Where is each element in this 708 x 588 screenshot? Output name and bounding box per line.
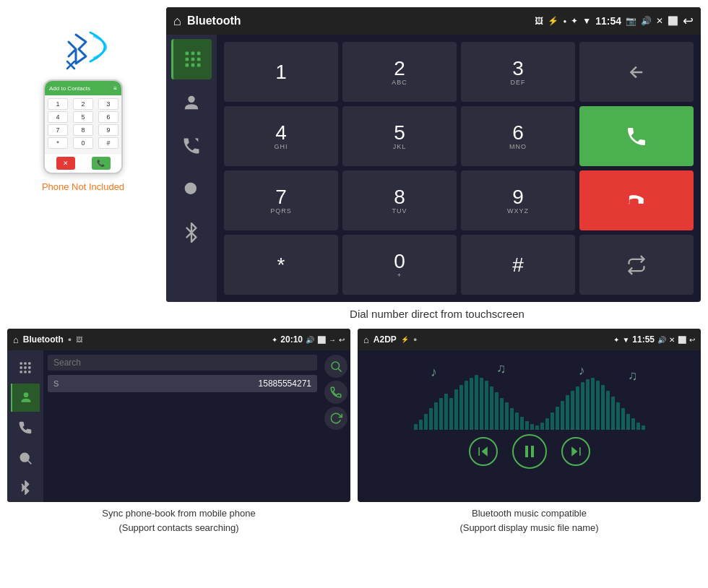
- play-pause-btn[interactable]: [512, 434, 547, 469]
- vis-bar: [520, 417, 524, 430]
- sidebar-item-contacts[interactable]: [171, 82, 212, 123]
- phone-top-icon: ≡: [113, 85, 117, 92]
- back-icon-music[interactable]: ↩: [689, 336, 695, 344]
- key-backspace[interactable]: [579, 42, 694, 102]
- music-controls: [469, 434, 590, 469]
- vis-bar: [515, 412, 519, 430]
- key-0[interactable]: 0 +: [342, 235, 457, 295]
- vis-bar: [581, 382, 584, 430]
- vol-icon-small: 🔊: [306, 336, 314, 344]
- phone-key-row-4: * 0 #: [48, 137, 118, 149]
- sidebar-item-search[interactable]: [171, 169, 212, 209]
- vis-bar: [414, 424, 418, 430]
- svg-rect-32: [531, 446, 534, 457]
- phone-end-btn: ✕: [56, 157, 75, 170]
- key-6[interactable]: 6 MNO: [461, 106, 575, 166]
- vis-bar: [616, 402, 620, 430]
- vis-bar: [490, 386, 493, 430]
- search-action-btn[interactable]: [324, 355, 347, 378]
- key-9[interactable]: 9 WXYZ: [461, 170, 575, 230]
- phone-bottom-buttons: ✕ 📞: [45, 153, 121, 173]
- key-7[interactable]: 7 PQRS: [224, 170, 338, 230]
- search-input[interactable]: [48, 355, 317, 371]
- screen-icon-music: ⬜: [678, 336, 686, 344]
- key-3[interactable]: 3 DEF: [461, 42, 575, 102]
- vis-bar: [596, 381, 600, 430]
- vis-bar: [611, 397, 615, 430]
- home-icon-music[interactable]: ⌂: [363, 334, 369, 345]
- phonebook-sidebar: [7, 350, 43, 502]
- dot-icon: ●: [563, 18, 566, 25]
- close-icon[interactable]: ✕: [656, 16, 663, 26]
- sidebar-item-recent[interactable]: [171, 126, 212, 166]
- vis-bar: [545, 418, 549, 430]
- back-icon[interactable]: ↩: [683, 13, 694, 29]
- call-action-btn[interactable]: [324, 381, 347, 404]
- prev-btn[interactable]: [469, 437, 498, 466]
- vis-bar: [576, 386, 579, 430]
- vis-bar: [626, 414, 630, 430]
- small-search[interactable]: [11, 444, 40, 472]
- key-4-main: 4: [275, 123, 287, 143]
- small-bluetooth[interactable]: [11, 473, 40, 502]
- image-icon: 🖼: [535, 16, 543, 26]
- next-btn[interactable]: [561, 437, 590, 466]
- svg-point-24: [24, 393, 29, 398]
- music-header: ⌂ A2DP ⚡ ● ✦ ▼ 11:55 🔊 ✕ ⬜ ↩: [358, 329, 701, 350]
- small-contacts[interactable]: [11, 384, 40, 412]
- back-icon-small[interactable]: ↩: [339, 336, 345, 344]
- home-icon[interactable]: ⌂: [173, 14, 181, 29]
- phonebook-caption: Sync phone-book from mobile phone(Suppor…: [7, 502, 350, 539]
- key-9-main: 9: [512, 187, 524, 207]
- bt-icon-small: ✦: [272, 336, 277, 344]
- vis-bar: [551, 412, 554, 430]
- key-4[interactable]: 4 GHI: [224, 106, 338, 166]
- svg-rect-4: [197, 52, 200, 56]
- dial-header-title: Bluetooth: [187, 14, 241, 27]
- vis-bar: [470, 378, 473, 430]
- vis-bar: [444, 394, 448, 430]
- dial-sidebar: [166, 35, 217, 302]
- vis-bar: [434, 402, 438, 430]
- key-2[interactable]: 2 ABC: [342, 42, 457, 102]
- phone-key-6: 6: [98, 111, 118, 123]
- sidebar-item-dialpad[interactable]: [171, 39, 212, 79]
- music-note-1: ♪: [431, 365, 437, 380]
- vis-bar: [500, 398, 504, 430]
- svg-rect-20: [28, 366, 30, 368]
- refresh-action-btn[interactable]: [324, 407, 347, 430]
- phone-key-row-1: 1 2 3: [48, 98, 118, 110]
- phone-key-4: 4: [48, 111, 68, 123]
- home-icon-small[interactable]: ⌂: [13, 334, 19, 345]
- phone-key-row-3: 7 8 9: [48, 124, 118, 136]
- contact-item[interactable]: S 15885554271: [48, 375, 317, 392]
- key-star[interactable]: *: [224, 235, 338, 295]
- key-call[interactable]: [579, 106, 694, 166]
- screen-icon[interactable]: ⬜: [668, 16, 678, 26]
- volume-icon[interactable]: 🔊: [641, 16, 652, 26]
- key-hash[interactable]: #: [461, 235, 575, 295]
- key-8[interactable]: 8 TUV: [342, 170, 457, 230]
- phonebook-header-img: 🖼: [76, 336, 82, 343]
- phone-key-row-2: 4 5 6: [48, 111, 118, 123]
- small-recent[interactable]: [11, 413, 40, 442]
- svg-line-28: [338, 368, 341, 371]
- svg-point-25: [20, 453, 29, 462]
- vis-bar: [419, 420, 423, 430]
- dial-header-left: ⌂ Bluetooth: [173, 14, 241, 29]
- svg-rect-8: [185, 64, 189, 67]
- small-dialpad[interactable]: [11, 353, 40, 382]
- svg-rect-5: [185, 58, 189, 61]
- svg-rect-19: [24, 366, 26, 368]
- key-5[interactable]: 5 JKL: [342, 106, 457, 166]
- phone-key-7: 7: [48, 124, 68, 136]
- camera-icon[interactable]: 📷: [626, 16, 636, 26]
- key-end[interactable]: [579, 170, 694, 230]
- svg-marker-33: [571, 446, 577, 456]
- key-swap[interactable]: [579, 235, 694, 295]
- sidebar-item-bluetooth[interactable]: [171, 212, 212, 253]
- key-6-sub: MNO: [509, 143, 527, 150]
- music-header-usb: ⚡: [401, 336, 409, 343]
- key-1[interactable]: 1: [224, 42, 338, 102]
- music-header-dot: ●: [413, 336, 417, 343]
